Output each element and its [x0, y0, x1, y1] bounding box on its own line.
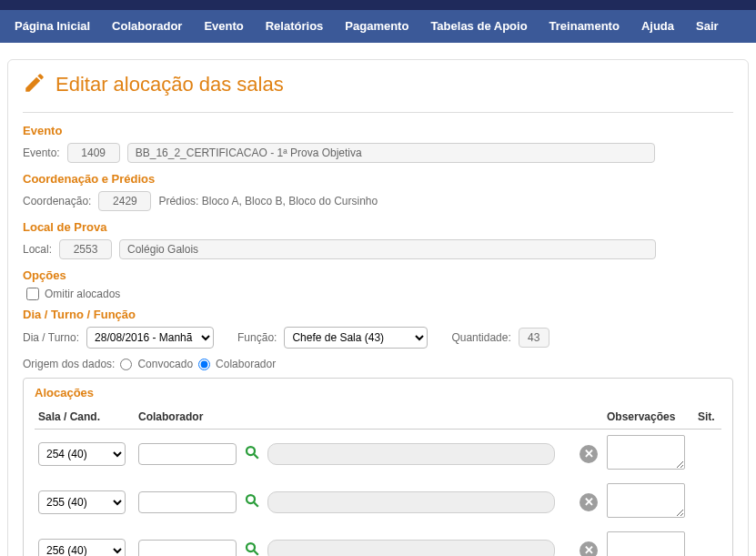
table-row: 254 (40)✕	[35, 430, 721, 479]
evento-id	[67, 143, 120, 163]
edit-icon	[23, 71, 46, 97]
alocacoes-panel: Alocações Sala / Cand. Colaborador Obser…	[23, 378, 733, 556]
search-icon[interactable]	[244, 541, 260, 556]
section-evento: Evento	[23, 124, 733, 137]
dia-turno-select[interactable]: 28/08/2016 - Manhã	[86, 327, 214, 349]
page-title: Editar alocação das salas	[55, 73, 284, 96]
svg-line-3	[254, 502, 258, 507]
sala-select[interactable]: 256 (40)	[38, 539, 126, 557]
colaborador-nome-display	[267, 443, 555, 465]
nav-pagamento[interactable]: Pagamento	[334, 10, 419, 43]
nav-treinamento[interactable]: Treinamento	[539, 10, 630, 43]
quantidade-label: Quantidade:	[451, 331, 510, 344]
alocacoes-title: Alocações	[35, 386, 721, 399]
local-id	[59, 239, 112, 259]
title-separator	[23, 112, 733, 113]
nav-sair[interactable]: Sair	[685, 10, 730, 43]
th-observacoes: Observações	[603, 407, 694, 430]
coordenacao-label: Coordenação:	[23, 195, 91, 207]
section-coordenacao: Coordenação e Prédios	[23, 172, 733, 186]
table-row: 255 (40)✕	[35, 478, 721, 526]
th-sit: Sit.	[694, 407, 721, 430]
th-colaborador: Colaborador	[135, 407, 603, 430]
nav-ajuda[interactable]: Ajuda	[630, 10, 685, 43]
section-opcoes: Opções	[23, 268, 733, 282]
top-ribbon	[0, 0, 756, 10]
evento-nome	[127, 143, 655, 163]
observacoes-textarea[interactable]	[607, 435, 685, 470]
colaborador-nome-display	[267, 540, 555, 557]
dia-turno-label: Dia / Turno:	[23, 331, 79, 344]
page-title-row: Editar alocação das salas	[23, 71, 733, 97]
alocacoes-table: Sala / Cand. Colaborador Observações Sit…	[35, 407, 721, 556]
coordenacao-id	[98, 191, 151, 211]
colaborador-nome-display	[267, 491, 555, 513]
svg-line-5	[254, 551, 258, 555]
svg-line-1	[254, 454, 258, 459]
nav-colaborador[interactable]: Colaborador	[101, 10, 193, 43]
colaborador-id-input[interactable]	[138, 443, 237, 465]
evento-label: Evento:	[23, 147, 60, 159]
origem-colaborador-radio[interactable]	[198, 359, 210, 370]
clear-icon[interactable]: ✕	[580, 493, 598, 511]
svg-point-2	[247, 495, 255, 503]
svg-point-0	[247, 447, 255, 455]
main-panel: Editar alocação das salas Evento Evento:…	[7, 59, 749, 556]
origem-colaborador-label: Colaborador	[216, 358, 276, 370]
local-nome	[119, 239, 656, 259]
main-navbar: Página Inicial Colaborador Evento Relató…	[0, 10, 756, 43]
omitir-alocados-checkbox[interactable]	[26, 288, 39, 300]
predios-text: Prédios: Bloco A, Bloco B, Bloco do Curs…	[158, 195, 378, 207]
origem-convocado-radio[interactable]	[120, 359, 132, 370]
nav-evento[interactable]: Evento	[193, 10, 254, 43]
origem-convocado-label: Convocado	[137, 358, 193, 370]
sit-cell	[694, 478, 721, 526]
origem-label: Origem dos dados:	[23, 358, 115, 370]
clear-icon[interactable]: ✕	[580, 541, 598, 557]
section-dia-turno: Dia / Turno / Função	[23, 308, 733, 321]
sala-select[interactable]: 254 (40)	[38, 442, 126, 466]
funcao-label: Função:	[237, 331, 277, 344]
svg-point-4	[247, 543, 255, 551]
table-row: 256 (40)✕	[35, 526, 721, 556]
nav-pagina-inicial[interactable]: Página Inicial	[4, 10, 101, 43]
sit-cell	[694, 430, 721, 479]
th-sala: Sala / Cand.	[35, 407, 135, 430]
nav-relatorios[interactable]: Relatórios	[255, 10, 335, 43]
sit-cell	[694, 526, 721, 556]
search-icon[interactable]	[244, 444, 260, 460]
colaborador-id-input[interactable]	[138, 540, 237, 557]
clear-icon[interactable]: ✕	[580, 445, 598, 463]
nav-tabelas-apoio[interactable]: Tabelas de Apoio	[419, 10, 538, 43]
search-icon[interactable]	[244, 492, 260, 509]
quantidade-value	[519, 328, 549, 348]
observacoes-textarea[interactable]	[607, 531, 685, 556]
sala-select[interactable]: 255 (40)	[38, 490, 126, 514]
omitir-alocados-label: Omitir alocados	[45, 288, 120, 300]
colaborador-id-input[interactable]	[138, 491, 237, 513]
local-label: Local:	[23, 243, 52, 256]
section-local: Local de Prova	[23, 220, 733, 234]
observacoes-textarea[interactable]	[607, 483, 685, 518]
funcao-select[interactable]: Chefe de Sala (43)	[284, 327, 428, 349]
